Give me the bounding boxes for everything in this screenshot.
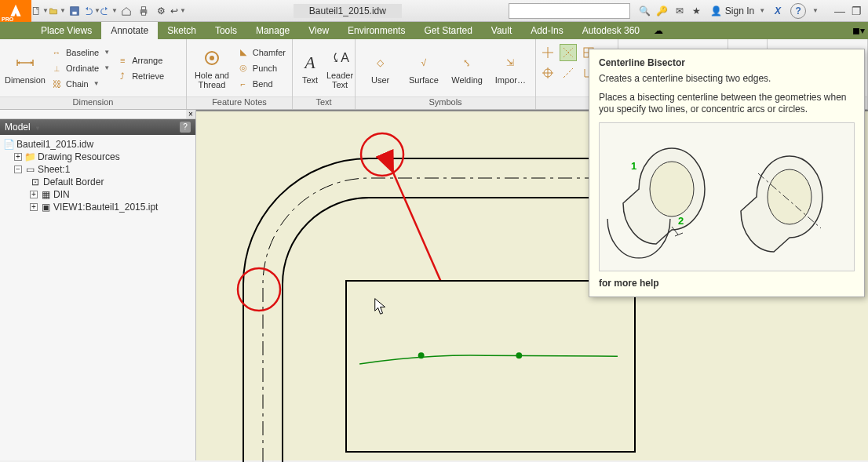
dimension-button[interactable]: Dimension <box>5 42 46 93</box>
svg-point-16 <box>418 352 425 358</box>
qa-new-button[interactable]: ▼ <box>31 2 49 20</box>
window-restore-button[interactable]: ❐ <box>852 5 862 17</box>
tooltip-title: Centerline Bisector <box>599 57 855 68</box>
search-input[interactable] <box>509 3 630 19</box>
ribbon-tabs: Place Views Annotate Sketch Tools Manage… <box>0 22 868 39</box>
qa-open-button[interactable]: ▼ <box>49 2 66 20</box>
baseline-button[interactable]: ↔Baseline▼ <box>49 45 111 60</box>
tab-vault[interactable]: Vault <box>482 22 521 39</box>
document-title: Bauteil1_2015.idw <box>294 4 402 18</box>
app-menu-button[interactable]: PRO <box>0 0 31 22</box>
ordinate-button[interactable]: ⟂Ordinate▼ <box>49 61 111 75</box>
tab-tools[interactable]: Tools <box>206 22 246 39</box>
retrieve-button[interactable]: ⤴Retrieve <box>115 69 166 83</box>
qa-return-button[interactable]: ↩▼ <box>170 2 187 20</box>
arrange-icon: ≡ <box>116 54 129 67</box>
user-symbol-icon: ◇ <box>370 52 392 74</box>
expand-icon[interactable]: + <box>14 153 22 161</box>
qa-settings-button[interactable]: ⚙ <box>152 2 170 20</box>
arrange-button[interactable]: ≡Arrange <box>115 53 166 67</box>
browser-tree: 📄Bauteil1_2015.idw +📁Drawing Resources −… <box>0 135 195 216</box>
exchange-icon[interactable]: X <box>775 5 781 16</box>
favorite-icon[interactable]: ★ <box>688 2 706 20</box>
tree-root[interactable]: 📄Bauteil1_2015.idw <box>3 138 192 151</box>
qa-print-button[interactable] <box>135 2 152 20</box>
tab-add-ins[interactable]: Add-Ins <box>521 22 572 39</box>
panel-feature-notes: Hole and Thread ◣Chamfer ◎Punch ⌐Bend Fe… <box>187 39 293 109</box>
user-symbol-button[interactable]: ◇User <box>360 42 400 93</box>
tooltip-centerline-bisector: Centerline Bisector Creates a centerline… <box>589 49 865 297</box>
centerline-bisector-button[interactable] <box>560 44 577 61</box>
bend-icon: ⌐ <box>237 78 250 90</box>
folder-icon: 📁 <box>24 151 35 162</box>
help-button[interactable]: ? <box>790 3 806 19</box>
svg-point-13 <box>361 133 403 176</box>
svg-rect-0 <box>33 7 38 14</box>
search-submit-icon[interactable]: 🔍 <box>636 2 654 20</box>
bend-button[interactable]: ⌐Bend <box>235 77 287 91</box>
tree-view1[interactable]: +▣VIEW1:Bauteil1_2015.ipt <box>3 201 192 213</box>
title-bar: PRO ▼ ▼ ▼ ▼ ⚙ ↩▼ Bauteil1_2015.idw 🔍 🔑 ✉… <box>0 0 868 22</box>
expand-icon[interactable]: + <box>30 191 38 198</box>
tab-cloud-icon[interactable]: ☁ <box>649 22 668 39</box>
tree-drawing-resources[interactable]: +📁Drawing Resources <box>3 151 192 163</box>
browser-header[interactable]: Model ▼ ? <box>0 119 195 135</box>
qa-save-button[interactable] <box>66 2 83 20</box>
browser-help-button[interactable]: ? <box>180 122 191 133</box>
import-icon: ⇲ <box>499 52 521 74</box>
leader-icon: ⤹A <box>329 47 351 69</box>
svg-rect-5 <box>141 12 145 15</box>
welding-icon: ⤣ <box>456 52 478 74</box>
doc-icon: 📄 <box>3 139 14 150</box>
svg-point-19 <box>650 162 694 216</box>
tab-view[interactable]: View <box>299 22 338 39</box>
center-mark-button[interactable] <box>539 64 556 82</box>
window-minimize-button[interactable]: — <box>834 5 845 17</box>
key-icon[interactable]: 🔑 <box>654 2 671 20</box>
expand-icon[interactable]: + <box>30 203 38 211</box>
sign-in-button[interactable]: 👤 Sign In ▼ <box>706 4 770 18</box>
ribbon-collapse-button[interactable]: ◼▾ <box>849 22 868 39</box>
qa-redo-button[interactable]: ▼ <box>100 2 118 20</box>
surface-icon: √ <box>413 52 435 74</box>
centermark-button[interactable] <box>539 44 556 61</box>
comm-icon[interactable]: ✉ <box>671 2 688 20</box>
hole-thread-icon <box>201 47 223 69</box>
chamfer-button[interactable]: ◣Chamfer <box>235 45 287 60</box>
text-button[interactable]: A Text <box>297 42 323 93</box>
tab-place-views[interactable]: Place Views <box>31 22 101 39</box>
hole-thread-button[interactable]: Hole and Thread <box>191 42 232 93</box>
tree-din[interactable]: +▦DIN <box>3 188 192 201</box>
tree-sheet1[interactable]: −▭Sheet:1 <box>3 163 192 176</box>
tab-autodesk-360[interactable]: Autodesk 360 <box>573 22 649 39</box>
leader-text-button[interactable]: ⤹A Leader Text <box>326 42 354 93</box>
tab-annotate[interactable]: Annotate <box>101 22 158 39</box>
collapse-icon[interactable]: − <box>14 166 22 173</box>
svg-point-14 <box>238 268 280 311</box>
browser-close-button[interactable]: × <box>186 110 195 118</box>
tooltip-desc1: Creates a centerline bisecting two edges… <box>599 73 855 85</box>
chain-button[interactable]: ⛓Chain▼ <box>49 77 111 91</box>
tab-manage[interactable]: Manage <box>246 22 299 39</box>
punch-icon: ◎ <box>237 62 250 75</box>
tree-default-border[interactable]: ⊡Default Border <box>3 176 192 188</box>
tab-sketch[interactable]: Sketch <box>158 22 206 39</box>
qa-undo-button[interactable]: ▼ <box>83 2 100 20</box>
svg-rect-4 <box>141 6 145 9</box>
svg-text:2: 2 <box>678 215 684 227</box>
panel-title-text: Text <box>293 96 355 109</box>
panel-title-feature: Feature Notes <box>187 96 292 109</box>
welding-button[interactable]: ⤣Welding <box>447 42 487 93</box>
tab-get-started[interactable]: Get Started <box>414 22 481 39</box>
import-button[interactable]: ⇲Impor… <box>491 42 531 93</box>
tab-environments[interactable]: Environments <box>338 22 414 39</box>
sheet-icon: ▭ <box>24 164 35 175</box>
axis-button[interactable] <box>560 64 577 82</box>
panel-dimension: Dimension ↔Baseline▼ ⟂Ordinate▼ ⛓Chain▼ … <box>0 39 187 109</box>
panel-title-symbols: Symbols <box>356 96 535 109</box>
punch-button[interactable]: ◎Punch <box>235 61 287 75</box>
svg-point-24 <box>768 169 811 224</box>
surface-button[interactable]: √Surface <box>403 42 443 93</box>
border-icon: ⊡ <box>30 176 41 187</box>
qa-home-button[interactable] <box>118 2 135 20</box>
